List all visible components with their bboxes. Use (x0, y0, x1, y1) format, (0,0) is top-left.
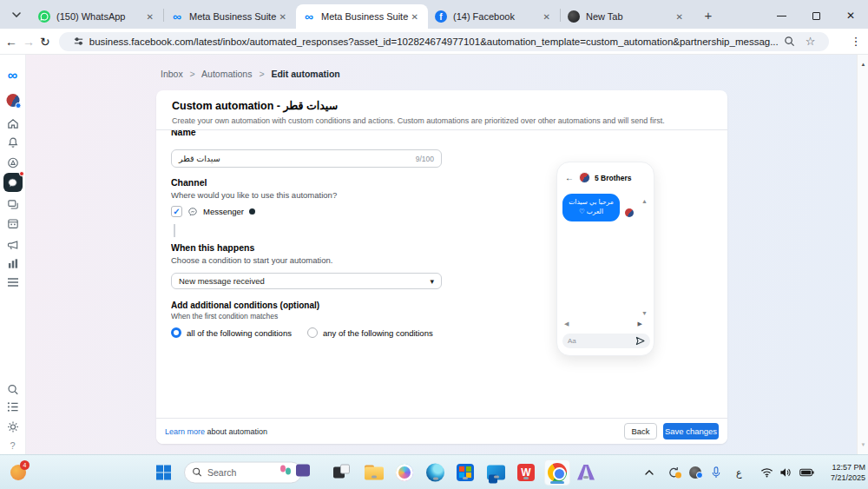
match-mode-row: all of the following conditions any of t… (171, 327, 442, 338)
chevron-down-icon: ▾ (430, 277, 434, 286)
tab-whatsapp[interactable]: (150) WhatsApp ✕ (31, 4, 163, 29)
channel-label: Channel (171, 177, 442, 188)
tab-search-button[interactable] (5, 3, 28, 26)
breadcrumb-separator: > (190, 69, 195, 79)
sidebar-item-notifications[interactable] (6, 136, 19, 149)
window-maximize-button[interactable] (799, 3, 833, 29)
tab-facebook[interactable]: f (14) Facebook ✕ (428, 4, 560, 29)
info-dot-icon[interactable] (249, 208, 255, 215)
save-changes-button[interactable]: Save changes (663, 423, 719, 439)
channel-option-row: ✓ Messenger (171, 206, 442, 217)
meta-logo-icon[interactable]: ∞ (8, 69, 17, 83)
sidebar-item-insights[interactable] (6, 257, 19, 270)
business-profile-avatar[interactable] (6, 94, 19, 107)
tray-microphone-icon[interactable] (711, 466, 721, 479)
chrome-button-active[interactable] (544, 459, 570, 486)
scroll-down-icon[interactable]: ▼ (641, 310, 648, 316)
reload-button[interactable]: ↻ (40, 30, 50, 53)
scrollbar-up-icon[interactable]: ▲ (858, 62, 868, 67)
tab-new-tab[interactable]: New Tab ✕ (561, 4, 693, 29)
sidebar-item-settings[interactable] (6, 420, 19, 433)
sidebar-item-ads[interactable] (6, 239, 19, 252)
tray-battery-icon[interactable] (799, 468, 814, 477)
breadcrumb-automations[interactable]: Automations (201, 69, 252, 79)
when-hint: Choose a condition to start your automat… (171, 255, 442, 265)
browser-toolbar: ← → ↻ business.facebook.com/latest/inbox… (0, 29, 868, 55)
window-minimize-button[interactable] (764, 3, 799, 29)
chat-bubble-icon (7, 177, 18, 188)
window-close-button[interactable]: ✕ (833, 3, 868, 29)
tray-sync-icon[interactable] (667, 466, 681, 479)
carousel-right-icon[interactable]: ▶ (638, 320, 642, 327)
tab-close-icon[interactable]: ✕ (674, 10, 686, 23)
automated-message-bubble: مرحبا بي سيدات العرب ♡ (562, 194, 620, 221)
microsoft-store-button[interactable] (457, 464, 474, 481)
radio-any-conditions[interactable] (307, 327, 318, 338)
task-view-button[interactable] (333, 466, 350, 478)
forward-button[interactable]: → (23, 30, 35, 53)
tray-volume-icon[interactable] (779, 467, 792, 478)
address-bar[interactable]: business.facebook.com/latest/inbox/autom… (59, 32, 830, 51)
zoom-icon[interactable] (784, 36, 795, 47)
sidebar-item-home[interactable] (6, 117, 19, 130)
bar-chart-icon (6, 257, 19, 270)
tray-app-orange[interactable]: 4 (10, 465, 26, 480)
bookmark-star-icon[interactable]: ☆ (806, 35, 816, 48)
seen-avatar (625, 208, 634, 217)
sidebar-item-tasks[interactable] (6, 401, 19, 413)
wps-office-button[interactable]: W (517, 464, 535, 481)
clock-time: 12:57 PM (831, 461, 865, 472)
sidebar-item-inbox-active[interactable] (3, 173, 23, 192)
tray-network-icon[interactable] (689, 466, 701, 479)
char-counter: 9/100 (416, 155, 434, 163)
browser-menu-icon[interactable]: ⋮ (850, 35, 861, 48)
sidebar-item-planner[interactable] (6, 217, 19, 230)
tray-hidden-icons-button[interactable] (645, 470, 654, 475)
file-explorer-button[interactable] (365, 465, 384, 479)
copilot-button[interactable] (396, 464, 413, 481)
sidebar-item-search[interactable] (6, 383, 19, 396)
url-text[interactable]: business.facebook.com/latest/inbox/autom… (89, 36, 779, 47)
check-icon: ✓ (173, 207, 180, 216)
new-tab-button[interactable]: + (698, 4, 719, 25)
sidebar-item-content[interactable] (6, 156, 19, 169)
page-scrollbar[interactable]: ▲ ▼ (857, 55, 868, 454)
carousel-left-icon[interactable]: ◀ (564, 320, 569, 327)
tab-meta-business-suite-active[interactable]: ∞ Meta Business Suite ✕ (296, 4, 428, 29)
tab-meta-business-suite-1[interactable]: ∞ Meta Business Suite ✕ (164, 4, 296, 29)
learn-more-text: Learn more about automation (165, 427, 267, 436)
sidebar-item-help[interactable]: ? (10, 440, 15, 451)
start-button[interactable] (156, 465, 171, 479)
back-button[interactable]: Back (624, 423, 657, 439)
radio-all-conditions[interactable] (171, 327, 181, 338)
scrollbar-down-icon[interactable]: ▼ (858, 442, 868, 447)
tray-wifi-icon[interactable] (760, 467, 773, 478)
tab-close-icon[interactable]: ✕ (277, 10, 289, 23)
learn-more-link[interactable]: Learn more (165, 427, 205, 436)
notification-dot (19, 171, 24, 176)
edge-button[interactable] (426, 463, 444, 481)
tab-close-icon[interactable]: ✕ (541, 10, 553, 23)
trigger-select[interactable]: New message received ▾ (171, 273, 442, 289)
sidebar-item-posts[interactable] (6, 198, 19, 211)
site-settings-icon[interactable] (73, 36, 84, 47)
tab-label: Meta Business Suite (321, 11, 409, 22)
name-input[interactable]: سيدات قطر 9/100 (171, 149, 442, 168)
tray-clock[interactable]: 12:57 PM 7/21/2025 (820, 461, 865, 482)
browser-tab-strip: (150) WhatsApp ✕ ∞ Meta Business Suite ✕… (0, 0, 868, 29)
scroll-up-icon[interactable]: ▲ (641, 198, 648, 204)
calendar-icon (6, 217, 19, 230)
taskbar-search[interactable]: Search (184, 461, 302, 483)
breadcrumb-separator: > (259, 69, 264, 79)
tray-language-indicator[interactable]: ع (736, 466, 742, 478)
search-placeholder: Search (207, 467, 236, 478)
contact-name: 5 Brothers (595, 174, 632, 182)
tab-close-icon[interactable]: ✕ (144, 10, 156, 23)
sidebar-item-all-tools[interactable] (7, 277, 19, 287)
purple-app-button[interactable] (577, 465, 595, 480)
back-button[interactable]: ← (5, 30, 17, 53)
breadcrumb-inbox[interactable]: Inbox (161, 69, 183, 79)
messenger-checkbox[interactable]: ✓ (171, 206, 182, 217)
tab-close-icon[interactable]: ✕ (409, 10, 421, 23)
outlook-button[interactable] (487, 465, 505, 479)
